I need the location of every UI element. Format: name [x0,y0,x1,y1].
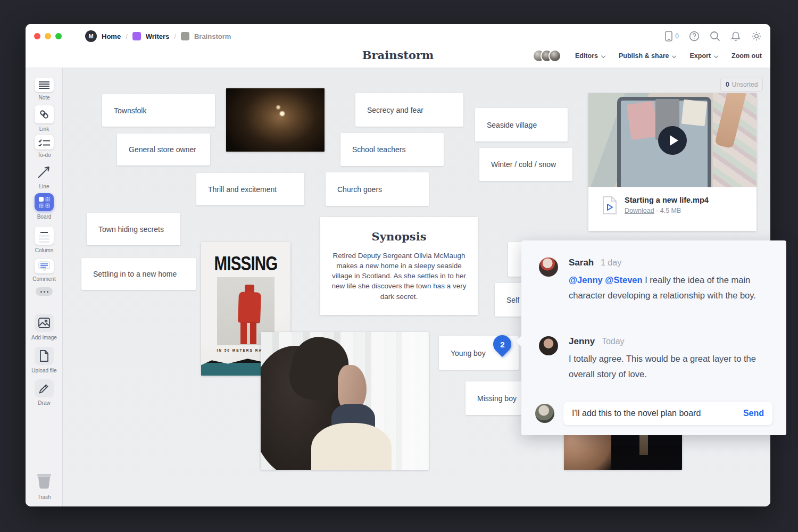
settings-button[interactable] [751,31,762,41]
play-button[interactable] [658,126,687,155]
tool-label: Trash [37,494,51,500]
note-card[interactable]: Townsfolk [102,94,215,127]
note-card[interactable]: Seaside village [475,108,568,142]
zoom-out-label: Zoom out [732,52,762,60]
add-image-icon [35,314,54,332]
tool-label: Note [38,95,49,101]
notifications-button[interactable] [730,31,741,41]
comment-icon [35,259,54,273]
comment-count: 2 [500,340,504,349]
note-label: Self [506,296,519,304]
writers-board-icon [132,32,141,40]
help-button[interactable] [689,31,700,41]
gear-icon [751,31,762,41]
tool-add-image[interactable]: Add image [26,314,63,340]
tunnel-photo[interactable] [226,88,325,152]
video-card[interactable]: Starting a new life.mp4 Download - 4.5 M… [588,93,757,231]
device-icon [665,31,672,41]
app-logo-icon[interactable]: M [85,30,97,42]
zoom-out-button[interactable]: Zoom out [732,52,762,60]
breadcrumb-separator: / [126,32,128,40]
tool-label: Upload file [31,368,56,373]
tool-line[interactable]: Line [26,163,63,189]
avatar [535,404,554,423]
note-card[interactable]: Thrill and excitement [196,173,304,205]
unsorted-count: 0 [726,81,729,88]
editors-menu[interactable]: Editors [575,52,605,60]
export-menu[interactable]: Export [689,52,718,60]
breadcrumb-writers[interactable]: Writers [146,32,170,40]
minimize-button[interactable] [45,33,51,39]
publish-share-menu[interactable]: Publish & share [619,52,676,60]
tool-board[interactable]: Board [26,193,63,220]
search-button[interactable] [710,31,720,41]
note-card[interactable]: Winter / cold / snow [479,148,572,181]
synopsis-body: Retired Deputy Sergeant Olivia McMaugh m… [331,251,467,302]
note-label: Missing boy [477,394,517,403]
editors-label: Editors [575,52,598,60]
maximize-button[interactable] [55,33,62,39]
poster-headline: MISSING [209,253,282,275]
line-arrow-icon [35,163,54,181]
titlebar: M Home / Writers / Brainstorm 0 [26,24,770,68]
send-button[interactable]: Send [743,409,764,418]
note-card[interactable]: Secrecy and fear [355,93,463,127]
video-file-icon [602,196,617,214]
chevron-down-icon [672,54,676,58]
search-icon [710,31,720,41]
mention-link[interactable]: @Jenny @Steven [569,275,643,285]
window-controls [34,33,62,39]
tool-label: Draw [38,400,50,406]
ellipsis-icon [36,287,53,296]
tool-column[interactable]: Column [26,227,63,253]
breadcrumb: M Home / Writers / Brainstorm [85,30,231,42]
breadcrumb-home[interactable]: Home [102,32,121,40]
tool-label: Add image [31,335,57,340]
tool-label: Board [37,214,52,220]
note-card[interactable]: Church goers [326,172,429,206]
tool-link[interactable]: Link [26,105,63,132]
chevron-down-icon [601,54,605,58]
editor-avatars[interactable] [533,49,561,62]
comment-thread-panel: Sarah 1 day @Jenny @Steven I really the … [521,240,786,435]
tool-note[interactable]: Note [26,78,63,101]
trash-target[interactable]: Trash [26,472,63,500]
upload-file-icon [35,347,54,365]
note-label: Church goers [337,185,382,194]
note-label: Seaside village [487,121,537,129]
note-label: Townsfolk [114,106,146,115]
close-button[interactable] [34,33,40,39]
tool-draw[interactable]: Draw [26,379,63,406]
woman-window-photo[interactable] [261,332,429,470]
synopsis-title: Synopsis [320,230,478,243]
tool-upload-file[interactable]: Upload file [26,347,63,373]
video-thumbnail [588,93,757,187]
play-icon [670,135,678,146]
comment-input[interactable] [572,409,738,418]
synopsis-card[interactable]: Synopsis Retired Deputy Sergeant Olivia … [320,217,478,315]
note-label: Town hiding secrets [98,225,164,234]
avatar [548,49,561,62]
note-label: Thrill and excitement [208,185,277,194]
tool-label: To-do [37,152,51,158]
tool-comment[interactable]: Comment [26,259,63,282]
file-size: - 4.5 MB [656,207,681,214]
brainstorm-board-icon [181,32,189,40]
note-card[interactable]: School teachers [340,133,444,166]
note-card[interactable]: General store owner [117,134,210,165]
tool-label: Column [35,247,53,253]
tool-label: Link [39,126,49,132]
comment-input-box: Send [563,402,772,425]
note-card[interactable]: Town hiding secrets [87,213,180,245]
tool-todo[interactable]: To-do [26,135,63,158]
device-preview-button[interactable]: 0 [665,31,679,41]
board-icon [35,193,54,211]
avatar [539,257,558,277]
note-card[interactable]: Settling in to a new home [81,258,196,290]
unsorted-badge[interactable]: 0 Unsorted [720,78,763,92]
download-link[interactable]: Download [625,207,654,214]
note-label: Young boy [451,349,486,358]
breadcrumb-brainstorm[interactable]: Brainstorm [194,32,231,40]
draw-pencil-icon [35,379,54,397]
more-tools-button[interactable] [26,287,63,296]
